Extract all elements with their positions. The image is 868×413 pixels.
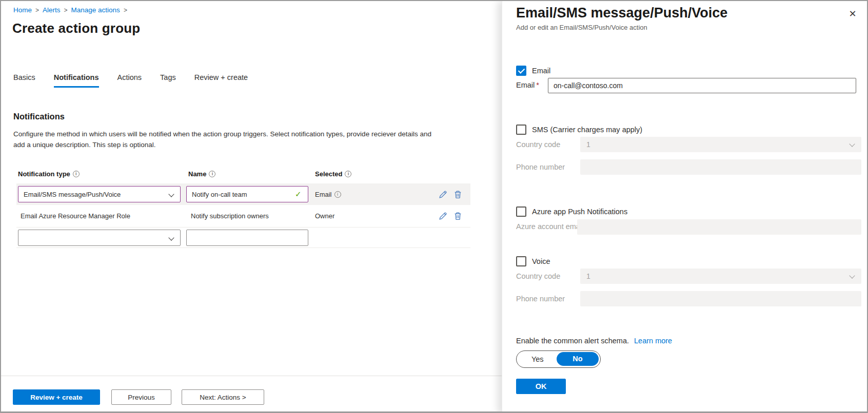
info-icon[interactable] bbox=[334, 191, 341, 198]
chevron-down-icon bbox=[849, 141, 855, 147]
column-header-selected: Selected bbox=[315, 170, 351, 178]
panel-subtitle: Add or edit an Email/SMS/Push/Voice acti… bbox=[516, 24, 647, 31]
common-alert-schema-text: Enable the common alert schema. bbox=[516, 337, 629, 345]
pencil-icon bbox=[439, 190, 447, 199]
screen: Home>Alerts>Manage actions> Create actio… bbox=[0, 0, 868, 413]
breadcrumb-separator: > bbox=[124, 7, 127, 14]
delete-row-button[interactable] bbox=[453, 211, 464, 221]
voice-phone-input bbox=[580, 291, 861, 306]
sms-country-code-select: 1 bbox=[580, 137, 861, 152]
tab-notifications[interactable]: Notifications bbox=[54, 73, 99, 88]
toggle-no-option[interactable]: No bbox=[557, 352, 599, 366]
breadcrumb-alerts[interactable]: Alerts bbox=[43, 6, 61, 14]
required-asterisk: * bbox=[536, 81, 539, 89]
valid-check-icon: ✓ bbox=[295, 190, 302, 199]
delete-row-button[interactable] bbox=[453, 189, 464, 199]
column-header-label: Name bbox=[188, 170, 206, 178]
column-header-notification-type: Notification type bbox=[18, 170, 80, 178]
tab-review-create[interactable]: Review + create bbox=[194, 73, 248, 88]
info-icon[interactable] bbox=[73, 171, 80, 177]
table-row: Email Azure Resource Manager Role Notify… bbox=[16, 205, 470, 228]
chevron-down-icon bbox=[168, 235, 174, 240]
toggle-yes-option[interactable]: Yes bbox=[517, 355, 559, 363]
sms-phone-input bbox=[580, 159, 861, 175]
info-icon[interactable] bbox=[209, 171, 215, 177]
edit-row-button[interactable] bbox=[439, 211, 449, 221]
azure-account-email-input bbox=[577, 219, 861, 235]
notification-type-select[interactable] bbox=[18, 230, 181, 246]
voice-phone-label: Phone number bbox=[516, 295, 565, 303]
footer-divider bbox=[1, 376, 502, 376]
voice-country-code-value: 1 bbox=[586, 272, 590, 280]
close-icon[interactable] bbox=[845, 6, 860, 22]
trash-icon bbox=[453, 212, 462, 220]
ok-button[interactable]: OK bbox=[516, 379, 566, 394]
notification-type-select[interactable]: Email/SMS message/Push/Voice bbox=[18, 186, 181, 202]
review-create-button[interactable]: Review + create bbox=[13, 389, 100, 405]
notification-name-value: Notify subscription owners bbox=[191, 212, 269, 220]
notification-type-cell: Email Azure Resource Manager Role bbox=[21, 205, 130, 227]
common-alert-schema-toggle[interactable]: Yes No bbox=[516, 350, 601, 368]
selected-cell: Email bbox=[315, 183, 341, 205]
chevron-down-icon bbox=[849, 273, 855, 278]
email-checkbox[interactable] bbox=[516, 66, 526, 76]
page-title: Create action group bbox=[12, 20, 140, 36]
notification-name-input[interactable] bbox=[186, 230, 308, 246]
tab-actions[interactable]: Actions bbox=[117, 73, 142, 88]
breadcrumb-home[interactable]: Home bbox=[13, 6, 32, 14]
tab-tags[interactable]: Tags bbox=[160, 73, 176, 88]
sms-country-code-value: 1 bbox=[586, 140, 590, 149]
voice-checkbox[interactable] bbox=[516, 256, 526, 266]
sms-phone-label: Phone number bbox=[516, 163, 565, 171]
learn-more-link[interactable]: Learn more bbox=[634, 337, 672, 345]
voice-country-code-select: 1 bbox=[580, 269, 861, 284]
next-actions-button[interactable]: Next: Actions > bbox=[182, 389, 264, 405]
notification-type-value: Email/SMS message/Push/Voice bbox=[24, 191, 121, 198]
selected-value: Email bbox=[315, 191, 332, 198]
selected-value: Owner bbox=[315, 212, 334, 220]
sms-checkbox[interactable] bbox=[516, 125, 526, 135]
table-header-row: Notification type Name Selected bbox=[1, 170, 502, 181]
section-description: Configure the method in which users will… bbox=[13, 129, 437, 151]
section-heading: Notifications bbox=[13, 112, 65, 121]
tab-basics[interactable]: Basics bbox=[13, 73, 35, 88]
table-row: Email/SMS message/Push/Voice ✓ Email bbox=[16, 183, 470, 205]
sms-checkbox-label: SMS (Carrier charges may apply) bbox=[532, 126, 642, 134]
notification-type-value: Email Azure Resource Manager Role bbox=[21, 212, 130, 220]
voice-country-code-label: Country code bbox=[516, 272, 560, 280]
push-checkbox-label: Azure app Push Notifications bbox=[532, 208, 627, 216]
breadcrumb-manage-actions[interactable]: Manage actions bbox=[71, 6, 120, 14]
tab-bar: Basics Notifications Actions Tags Review… bbox=[13, 73, 248, 88]
column-header-label: Notification type bbox=[18, 170, 70, 178]
email-field-label-text: Email bbox=[516, 81, 535, 89]
selected-cell: Owner bbox=[315, 205, 334, 227]
table-row bbox=[16, 228, 470, 248]
sms-country-code-label: Country code bbox=[516, 140, 560, 149]
trash-icon bbox=[453, 190, 462, 199]
breadcrumb-separator: > bbox=[64, 7, 68, 14]
common-alert-schema-label: Enable the common alert schema.Learn mor… bbox=[516, 337, 672, 345]
azure-account-email-label-text: Azure account email bbox=[516, 222, 583, 231]
email-field-label: Email* bbox=[516, 81, 539, 89]
previous-button[interactable]: Previous bbox=[111, 389, 171, 405]
notification-name-cell: Notify subscription owners bbox=[191, 205, 269, 227]
voice-checkbox-label: Voice bbox=[532, 257, 550, 265]
pencil-icon bbox=[439, 212, 447, 220]
chevron-down-icon bbox=[168, 191, 174, 197]
edit-row-button[interactable] bbox=[439, 189, 449, 199]
email-checkbox-label: Email bbox=[532, 67, 550, 75]
column-header-label: Selected bbox=[315, 170, 342, 178]
info-icon[interactable] bbox=[345, 171, 351, 177]
breadcrumb: Home>Alerts>Manage actions> bbox=[13, 6, 131, 14]
notification-name-input[interactable] bbox=[186, 186, 308, 202]
email-input[interactable] bbox=[548, 78, 856, 93]
email-sms-push-voice-panel: Email/SMS message/Push/Voice Add or edit… bbox=[502, 1, 868, 413]
push-checkbox[interactable] bbox=[516, 206, 526, 217]
column-header-name: Name bbox=[188, 170, 215, 178]
breadcrumb-separator: > bbox=[35, 7, 39, 14]
panel-title: Email/SMS message/Push/Voice bbox=[516, 5, 727, 21]
